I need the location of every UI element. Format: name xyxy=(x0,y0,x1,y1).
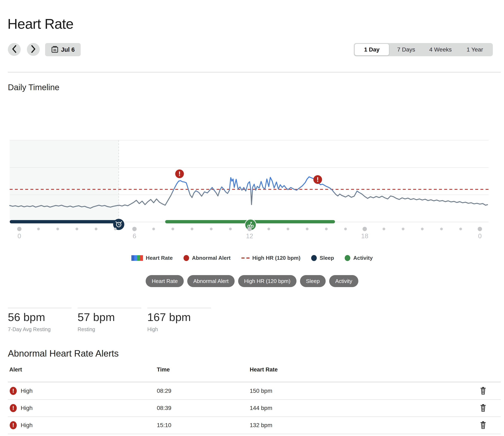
sleep-shaded-region xyxy=(10,140,119,222)
delete-alert-button[interactable] xyxy=(479,404,487,413)
x-axis-tick-dot xyxy=(95,228,97,230)
stat-label: High xyxy=(147,326,211,332)
x-axis-tick-dot xyxy=(402,228,404,230)
x-axis-tick-dot xyxy=(152,228,155,230)
x-axis-label: 0 xyxy=(18,233,21,240)
chart-legend: Heart RateAbnormal AlertHigh HR (120 bpm… xyxy=(0,255,504,261)
x-axis-major-tick-dot xyxy=(132,227,137,231)
legend-item: Sleep xyxy=(311,255,334,261)
sleep-dot-icon xyxy=(311,255,317,261)
abnormal-alert-marker[interactable] xyxy=(313,175,322,184)
alert-table-row: !High15:10132 bpm xyxy=(8,417,501,434)
x-axis-major-tick-dot xyxy=(362,227,367,231)
stat-label: 7-Day Avg Resting xyxy=(8,326,72,332)
svg-text:!: ! xyxy=(12,388,14,394)
tab-4-weeks[interactable]: 4 Weeks xyxy=(423,44,458,55)
x-axis-tick-dot xyxy=(344,228,347,230)
x-axis-tick-dot xyxy=(172,228,174,230)
alarm-clock-icon xyxy=(117,222,121,227)
calendar-icon: 31 xyxy=(51,45,59,54)
svg-text:31: 31 xyxy=(53,48,56,52)
x-axis-tick-dot xyxy=(191,228,193,230)
x-axis-tick-dot xyxy=(75,228,78,230)
alert-time: 15:10 xyxy=(157,417,171,434)
heart-rate-gradient-swatch-icon xyxy=(131,255,143,261)
x-axis-label: 18 xyxy=(361,233,368,240)
legend-item: Activity xyxy=(345,255,373,261)
abnormal-alert-dot-icon xyxy=(183,255,189,261)
high-hr-dash-icon xyxy=(241,257,249,259)
alarm-clock-bells xyxy=(116,222,122,223)
x-axis-tick-dot xyxy=(440,228,443,230)
alert-time: 08:29 xyxy=(157,382,171,400)
tab-1-day[interactable]: 1 Day xyxy=(355,44,389,55)
next-day-button[interactable] xyxy=(27,43,40,56)
toggle-activity[interactable]: Activity xyxy=(329,275,358,287)
alert-table-row: !High08:39144 bpm xyxy=(8,400,501,417)
stat-block: 167 bpmHigh xyxy=(147,308,211,332)
cyclist-icon-head xyxy=(251,222,252,223)
x-axis-major-tick-dot xyxy=(247,227,252,231)
alert-heart-rate: 132 bpm xyxy=(250,417,272,434)
column-header-heart-rate: Heart Rate xyxy=(250,366,278,373)
daily-timeline-heading: Daily Timeline xyxy=(8,83,59,92)
toggle-heart-rate[interactable]: Heart Rate xyxy=(146,275,184,287)
toggle-high-hr-120-bpm-[interactable]: High HR (120 bpm) xyxy=(238,275,296,287)
previous-day-button[interactable] xyxy=(8,43,21,56)
x-axis-tick-dot xyxy=(210,228,212,230)
legend-label: Sleep xyxy=(320,255,334,261)
header-divider xyxy=(8,72,501,73)
x-axis-tick-dot xyxy=(383,228,385,230)
high-alert-icon: ! xyxy=(9,421,17,430)
x-axis-major-tick-dot xyxy=(478,227,482,231)
x-axis-tick-dot xyxy=(325,228,328,230)
high-alert-icon: ! xyxy=(9,387,17,395)
column-header-alert: Alert xyxy=(9,366,22,373)
toggle-sleep[interactable]: Sleep xyxy=(300,275,326,287)
legend-item: Abnormal Alert xyxy=(183,255,231,261)
x-axis-tick-dot xyxy=(286,228,289,230)
alert-time: 08:39 xyxy=(157,400,171,417)
legend-label: Activity xyxy=(353,255,373,261)
activity-badge xyxy=(245,219,256,230)
page-title: Heart Rate xyxy=(8,16,73,32)
alert-heart-rate: 150 bpm xyxy=(250,382,272,400)
tab-1-year[interactable]: 1 Year xyxy=(458,44,492,55)
delete-alert-button[interactable] xyxy=(479,421,487,430)
x-axis-label: 0 xyxy=(478,233,482,240)
x-axis-tick-dot xyxy=(37,228,40,230)
x-axis-tick-dot xyxy=(459,228,462,230)
cyclist-icon-wheel-right xyxy=(251,225,254,227)
x-axis-tick-dot xyxy=(306,228,309,230)
legend-label: Heart Rate xyxy=(146,255,173,261)
x-axis-label: 6 xyxy=(133,233,136,240)
column-header-time: Time xyxy=(157,366,170,373)
cyclist-icon-frame xyxy=(249,224,252,226)
legend-item: High HR (120 bpm) xyxy=(241,255,301,261)
cyclist-icon-wheel-left xyxy=(247,225,250,227)
stat-value: 56 bpm xyxy=(8,311,72,324)
legend-item: Heart Rate xyxy=(131,255,173,261)
alerts-section-title: Abnormal Heart Rate Alerts xyxy=(8,348,119,359)
delete-alert-button[interactable] xyxy=(479,386,487,395)
sleep-bar xyxy=(10,220,119,223)
legend-label: High HR (120 bpm) xyxy=(252,255,301,261)
legend-label: Abnormal Alert xyxy=(192,255,231,261)
alert-table-row: !High08:29150 bpm xyxy=(8,382,501,400)
date-label: Jul 6 xyxy=(61,46,75,53)
alert-level: High xyxy=(21,400,33,417)
abnormal-alert-marker[interactable] xyxy=(175,169,184,178)
x-axis-tick-dot xyxy=(114,228,117,230)
svg-text:!: ! xyxy=(12,405,14,411)
x-axis-tick-dot xyxy=(267,228,270,230)
heart-rate-line xyxy=(10,177,487,208)
tab-7-days[interactable]: 7 Days xyxy=(389,44,423,55)
date-picker-button[interactable]: 31 Jul 6 xyxy=(45,43,81,56)
stat-block: 57 bpmResting xyxy=(78,308,141,332)
toggle-abnormal-alert[interactable]: Abnormal Alert xyxy=(187,275,235,287)
x-axis-tick-dot xyxy=(229,228,232,230)
stat-block: 56 bpm7-Day Avg Resting xyxy=(8,308,72,332)
stat-label: Resting xyxy=(78,326,141,332)
series-toggle-row: Heart RateAbnormal AlertHigh HR (120 bpm… xyxy=(0,275,504,287)
high-alert-icon: ! xyxy=(9,404,17,412)
